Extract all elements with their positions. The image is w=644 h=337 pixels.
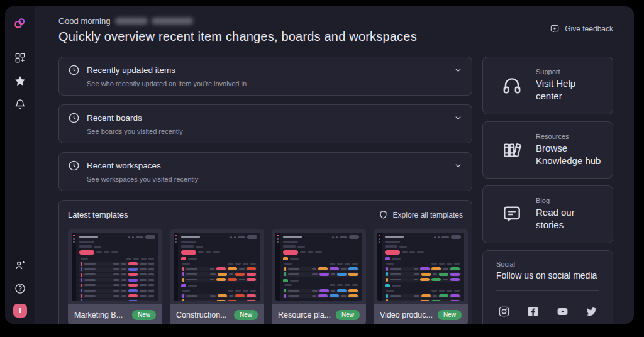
template-card-video-production[interactable]: Video produc... New <box>374 229 468 324</box>
explore-all-templates-button[interactable]: Explore all templates <box>379 210 463 219</box>
social-card: Social Follow us on social media <box>482 250 613 324</box>
resources-card[interactable]: Resources Browse Knowledge hub <box>482 121 613 179</box>
main-content: Good morning Quickly overview recent ite… <box>35 6 634 324</box>
resources-title: Browse Knowledge hub <box>536 142 604 168</box>
headphones-icon <box>501 75 523 96</box>
support-card[interactable]: Support Visit Help center <box>482 57 613 114</box>
give-feedback-button[interactable]: Give feedback <box>550 24 613 34</box>
support-title: Visit Help center <box>536 77 604 103</box>
latest-templates-title: Latest templates <box>68 210 128 219</box>
greeting-block: Good morning Quickly overview recent ite… <box>58 16 417 44</box>
support-label: Support <box>536 68 604 75</box>
card-subtitle: See workspaces you visited recently <box>87 175 463 183</box>
left-sidebar: I <box>5 6 35 324</box>
template-preview <box>174 233 260 301</box>
instagram-icon[interactable] <box>498 306 510 318</box>
user-avatar[interactable]: I <box>13 304 27 318</box>
blog-card[interactable]: Blog Read our stories <box>482 185 613 243</box>
page-title: Quickly overview recent item changes, bo… <box>58 30 417 44</box>
blog-title: Read our stories <box>536 206 604 232</box>
new-badge: New <box>132 310 156 320</box>
template-cards-row: Marketing B... New Construction... New <box>68 229 463 324</box>
clock-icon <box>68 64 80 76</box>
youtube-icon[interactable] <box>557 306 569 318</box>
template-card-resource-planning[interactable]: Resource pla... New <box>272 229 366 324</box>
twitter-icon[interactable] <box>586 306 597 318</box>
latest-templates-panel: Latest templates Explore all templates <box>58 200 472 324</box>
give-feedback-label: Give feedback <box>565 25 613 33</box>
explore-all-templates-label: Explore all templates <box>393 211 463 219</box>
template-name: Construction... <box>176 311 229 319</box>
template-preview <box>72 233 158 301</box>
new-badge: New <box>336 310 360 320</box>
template-card-marketing[interactable]: Marketing B... New <box>68 229 162 324</box>
social-title: Follow us on social media <box>496 270 599 282</box>
template-preview <box>275 233 362 301</box>
favorites-star-icon[interactable] <box>13 74 27 88</box>
blog-text: Blog Read our stories <box>536 197 604 232</box>
recent-boards-card[interactable]: Recent boards See boards you visited rec… <box>58 104 472 143</box>
social-label: Social <box>496 260 599 268</box>
divider <box>496 290 599 291</box>
clock-icon <box>68 160 80 172</box>
new-badge: New <box>234 310 258 320</box>
support-text: Support Visit Help center <box>536 68 604 103</box>
template-card-construction[interactable]: Construction... New <box>170 229 264 324</box>
card-title: Recent boards <box>87 113 447 123</box>
shield-icon <box>379 210 388 219</box>
card-subtitle: See who recently updated an item you're … <box>87 80 463 87</box>
resources-text: Resources Browse Knowledge hub <box>536 133 604 168</box>
facebook-icon[interactable] <box>527 306 539 318</box>
plaky-logo-icon[interactable] <box>13 16 27 30</box>
chat-bubble-icon <box>501 204 523 225</box>
template-name: Resource pla... <box>278 311 331 319</box>
chevron-down-icon[interactable] <box>453 161 463 170</box>
page-header: Good morning Quickly overview recent ite… <box>58 16 613 44</box>
template-preview <box>377 233 464 301</box>
left-column: Recently updated items See who recently … <box>58 57 472 324</box>
card-title: Recent workspaces <box>87 161 447 170</box>
content-row: Recently updated items See who recently … <box>58 57 613 324</box>
card-title: Recently updated items <box>87 65 447 75</box>
invite-member-icon[interactable] <box>13 258 27 272</box>
boards-add-icon[interactable] <box>13 51 27 65</box>
help-icon[interactable] <box>13 282 27 296</box>
clock-icon <box>68 112 80 124</box>
blog-label: Blog <box>536 197 604 204</box>
recently-updated-items-card[interactable]: Recently updated items See who recently … <box>58 57 472 96</box>
app-window: I Good morning Quickly overview recent i… <box>5 6 634 324</box>
right-column: Support Visit Help center Resources <box>482 57 613 324</box>
books-icon <box>501 139 523 160</box>
greeting-text: Good morning <box>58 16 110 26</box>
recent-workspaces-card[interactable]: Recent workspaces See workspaces you vis… <box>58 152 472 191</box>
resources-label: Resources <box>536 133 604 140</box>
chevron-down-icon[interactable] <box>453 65 463 75</box>
notifications-bell-icon[interactable] <box>13 97 27 111</box>
blurred-username <box>115 18 193 25</box>
card-subtitle: See boards you visited recently <box>87 128 463 135</box>
chevron-down-icon[interactable] <box>453 113 463 123</box>
new-badge: New <box>438 310 462 320</box>
template-name: Video produc... <box>380 311 433 319</box>
social-icons-row <box>496 306 599 318</box>
feedback-bubble-icon <box>550 24 560 34</box>
template-name: Marketing B... <box>74 311 127 319</box>
